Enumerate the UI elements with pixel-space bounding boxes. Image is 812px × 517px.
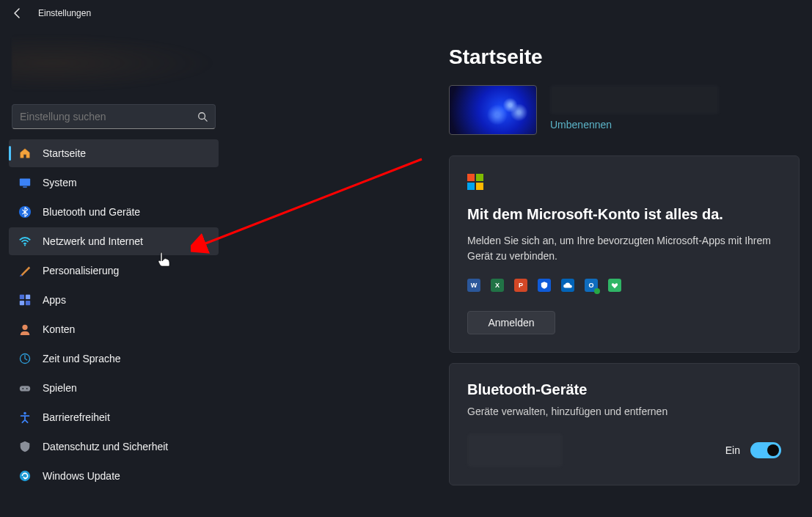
bt-card-subtitle: Geräte verwalten, hinzufügen und entfern… [467, 406, 781, 417]
svg-rect-2 [23, 186, 26, 187]
svg-rect-1 [20, 179, 30, 186]
sidebar-item-startseite[interactable]: Startseite [9, 139, 219, 167]
person-icon [18, 322, 32, 337]
svg-point-16 [20, 471, 30, 481]
sidebar-item-windows-update[interactable]: Windows Update [9, 462, 219, 490]
nav: Startseite System Bluetooth und Geräte N… [9, 139, 219, 490]
device-summary: Umbenennen [449, 85, 800, 135]
profile-area[interactable] [12, 34, 216, 92]
svg-point-15 [23, 412, 26, 415]
rename-link[interactable]: Umbenennen [550, 119, 612, 131]
onedrive-icon [561, 279, 574, 292]
titlebar: Einstellungen [0, 0, 812, 26]
sidebar-item-label: System [43, 177, 77, 188]
sidebar-item-label: Netzwerk und Internet [43, 235, 143, 247]
sidebar-item-datenschutz[interactable]: Datenschutz und Sicherheit [9, 433, 219, 461]
bluetooth-card: Bluetooth-Geräte Geräte verwalten, hinzu… [449, 363, 800, 485]
gamepad-icon [18, 381, 32, 395]
sidebar-item-spielen[interactable]: Spielen [9, 374, 219, 402]
sidebar-item-personalisierung[interactable]: Personalisierung [9, 257, 219, 285]
sidebar-item-apps[interactable]: Apps [9, 286, 219, 314]
system-icon [18, 175, 32, 190]
word-icon: W [467, 279, 480, 292]
sidebar-item-label: Barrierefreiheit [43, 411, 110, 423]
excel-icon: X [491, 279, 504, 292]
clock-icon [18, 351, 32, 366]
sidebar-item-label: Apps [43, 294, 66, 306]
defender-icon [538, 279, 551, 292]
device-name [550, 85, 719, 114]
sidebar-item-label: Bluetooth und Geräte [43, 206, 140, 218]
search-box[interactable] [12, 104, 216, 129]
sidebar-item-label: Windows Update [43, 470, 120, 482]
bt-toggle[interactable] [750, 442, 781, 458]
ms-app-icons: W X P O [467, 279, 781, 292]
sidebar-item-zeit-sprache[interactable]: Zeit und Sprache [9, 345, 219, 373]
sidebar-item-netzwerk[interactable]: Netzwerk und Internet [9, 227, 219, 255]
microsoft-logo-icon [467, 174, 483, 190]
shield-icon [18, 439, 32, 454]
bt-card-heading: Bluetooth-Geräte [467, 381, 781, 398]
sidebar-item-konten[interactable]: Konten [9, 315, 219, 343]
app-title: Einstellungen [38, 8, 91, 18]
sidebar-item-bluetooth[interactable]: Bluetooth und Geräte [9, 198, 219, 226]
apps-icon [18, 293, 32, 307]
sidebar-item-label: Spielen [43, 382, 77, 394]
main-content: Startseite Umbenennen Mit dem Microsoft-… [449, 45, 800, 496]
svg-point-13 [22, 388, 23, 389]
bt-toggle-label: Ein [725, 444, 740, 456]
sidebar-item-system[interactable]: System [9, 169, 219, 197]
sidebar-item-label: Startseite [43, 147, 86, 159]
bt-device-placeholder [467, 433, 563, 467]
svg-rect-12 [20, 386, 30, 391]
signin-button[interactable]: Anmelden [467, 311, 555, 334]
wifi-icon [18, 234, 32, 249]
device-thumbnail[interactable] [449, 85, 537, 135]
svg-point-4 [24, 244, 26, 246]
back-button[interactable] [9, 4, 26, 22]
ms-card-body: Melden Sie sich an, um Ihre bevorzugten … [467, 233, 781, 264]
svg-point-14 [26, 388, 28, 389]
home-icon [18, 146, 32, 161]
sidebar: Startseite System Bluetooth und Geräte N… [0, 26, 227, 517]
update-icon [18, 469, 32, 483]
search-icon [197, 111, 208, 122]
outlook-icon: O [585, 279, 598, 292]
svg-rect-8 [26, 301, 30, 305]
search-input[interactable] [20, 111, 197, 122]
powerpoint-icon: P [514, 279, 527, 292]
svg-point-9 [22, 325, 27, 330]
brush-icon [18, 263, 32, 278]
sidebar-item-label: Konten [43, 323, 75, 335]
page-title: Startseite [449, 45, 800, 69]
ms-card-heading: Mit dem Microsoft-Konto ist alles da. [467, 206, 781, 223]
bluetooth-icon [18, 205, 32, 219]
svg-rect-5 [20, 295, 24, 299]
accessibility-icon [18, 410, 32, 425]
svg-rect-6 [26, 295, 30, 299]
sidebar-item-label: Datenschutz und Sicherheit [43, 441, 168, 452]
sidebar-item-label: Personalisierung [43, 265, 119, 276]
sidebar-item-barrierefreiheit[interactable]: Barrierefreiheit [9, 403, 219, 431]
family-icon [608, 279, 621, 292]
sidebar-item-label: Zeit und Sprache [43, 353, 121, 364]
arrow-left-icon [12, 7, 23, 19]
microsoft-account-card: Mit dem Microsoft-Konto ist alles da. Me… [449, 155, 800, 353]
svg-rect-7 [20, 301, 24, 305]
